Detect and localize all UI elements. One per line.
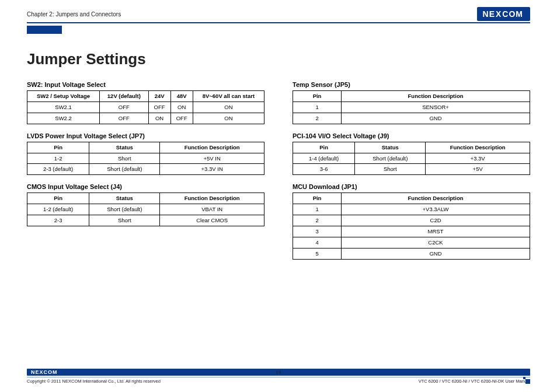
th: Function Description (160, 193, 264, 204)
td: +3.3V IN (160, 164, 264, 175)
td: ON (193, 113, 264, 124)
td: SW2.1 (27, 102, 100, 113)
th: 48V (170, 91, 193, 102)
td: 3-6 (293, 164, 355, 175)
td: OFF (100, 102, 148, 113)
td: Short (355, 164, 426, 175)
td: OFF (170, 113, 193, 124)
td: +V3.3ALW (342, 204, 530, 215)
logo-suffix: COM (502, 9, 523, 19)
td: 2-3 (default) (27, 164, 89, 175)
th: 8V~60V all can start (193, 91, 264, 102)
table-row: 2 C2D (293, 215, 530, 226)
footer: NEXCOM Copyright © 2011 NEXCOM Internati… (27, 369, 530, 384)
th: Function Description (160, 142, 264, 153)
table-row: 2 GND (293, 113, 530, 124)
logo-prefix: NE (31, 369, 40, 375)
th: Pin (27, 193, 89, 204)
td: 1 (293, 102, 342, 113)
table-row: 5 GND (293, 248, 530, 259)
table-row: 1-2 Short +5V IN (27, 153, 264, 164)
page-number: 18 (276, 370, 281, 375)
th: Pin (293, 91, 342, 102)
logo-x-icon: X (40, 369, 44, 375)
right-column: Temp Sensor (JP5) Pin Function Descripti… (293, 76, 530, 268)
j9-table: Pin Status Function Description 1-4 (def… (293, 142, 530, 176)
td: ON (148, 113, 170, 124)
td: 1-2 (default) (27, 204, 89, 215)
th: Status (89, 142, 160, 153)
logo-prefix: NE (483, 9, 495, 19)
th: Function Description (426, 142, 530, 153)
td: 2 (293, 113, 342, 124)
jp5-table: Pin Function Description 1 SENSOR+ 2 GND (293, 90, 530, 124)
table-row: 1 +V3.3ALW (293, 204, 530, 215)
header-row: Chapter 2: Jumpers and Connectors NEXCOM (27, 7, 530, 23)
td: +5V (426, 164, 530, 175)
page-title: Jumper Settings (27, 50, 530, 68)
sw2-title: SW2: Input Voltage Select (27, 81, 264, 88)
td: C2CK (342, 237, 530, 248)
td: Clear CMOS (160, 215, 264, 226)
blue-tab-decor (27, 26, 62, 34)
th: Pin (293, 193, 342, 204)
th: 24V (148, 91, 170, 102)
td: OFF (100, 113, 148, 124)
td: +3.3V (426, 153, 530, 164)
td: 2-3 (27, 215, 89, 226)
th: Status (89, 193, 160, 204)
footer-line: Copyright © 2011 NEXCOM International Co… (27, 377, 530, 384)
th: Pin (293, 142, 355, 153)
td: Short (default) (355, 153, 426, 164)
manual-name: VTC 6200 / VTC 6200-NI / VTC 6200-NI-DK … (419, 379, 530, 384)
content-columns: SW2: Input Voltage Select SW2 / Setup Vo… (27, 76, 530, 268)
td: SENSOR+ (342, 102, 530, 113)
th: SW2 / Setup Voltage (27, 91, 100, 102)
td: SW2.2 (27, 113, 100, 124)
td: 2 (293, 215, 342, 226)
td: 5 (293, 248, 342, 259)
td: C2D (342, 215, 530, 226)
table-row: 2-3 Short Clear CMOS (27, 215, 264, 226)
td: ON (170, 102, 193, 113)
table-row: SW2.2 OFF ON OFF ON (27, 113, 264, 124)
logo-x-icon: X (496, 9, 502, 19)
table-row: 3 MRST (293, 226, 530, 237)
td: GND (342, 248, 530, 259)
copyright-text: Copyright © 2011 NEXCOM International Co… (27, 379, 161, 384)
th: Pin (27, 142, 89, 153)
th: Function Description (342, 193, 530, 204)
table-row: 4 C2CK (293, 237, 530, 248)
td: 1-2 (27, 153, 89, 164)
td: ON (193, 102, 264, 113)
td: 3 (293, 226, 342, 237)
th: Status (355, 142, 426, 153)
td: Short (default) (89, 164, 160, 175)
jp1-table: Pin Function Description 1 +V3.3ALW 2 C2… (293, 192, 530, 259)
left-column: SW2: Input Voltage Select SW2 / Setup Vo… (27, 76, 264, 268)
table-row: 1 SENSOR+ (293, 102, 530, 113)
jp5-title: Temp Sensor (JP5) (293, 81, 530, 88)
td: +5V IN (160, 153, 264, 164)
corner-mark-icon (523, 377, 530, 384)
j4-title: CMOS Input Voltage Select (J4) (27, 183, 264, 190)
nexcom-logo: NEXCOM (477, 7, 530, 21)
jp1-title: MCU Download (JP1) (293, 183, 530, 190)
table-row: SW2.1 OFF OFF ON ON (27, 102, 264, 113)
td: VBAT IN (160, 204, 264, 215)
td: 1-4 (default) (293, 153, 355, 164)
td: 1 (293, 204, 342, 215)
logo-suffix: COM (44, 369, 58, 375)
td: Short (89, 153, 160, 164)
th: Function Description (342, 91, 530, 102)
table-row: 1-4 (default) Short (default) +3.3V (293, 153, 530, 164)
sw2-table: SW2 / Setup Voltage 12V (default) 24V 48… (27, 90, 264, 124)
td: Short (default) (89, 204, 160, 215)
j4-table: Pin Status Function Description 1-2 (def… (27, 192, 264, 226)
chapter-label: Chapter 2: Jumpers and Connectors (27, 11, 121, 18)
td: GND (342, 113, 530, 124)
jp7-title: LVDS Power Input Voltage Select (JP7) (27, 132, 264, 139)
jp7-table: Pin Status Function Description 1-2 Shor… (27, 142, 264, 176)
td: Short (89, 215, 160, 226)
table-row: 2-3 (default) Short (default) +3.3V IN (27, 164, 264, 175)
